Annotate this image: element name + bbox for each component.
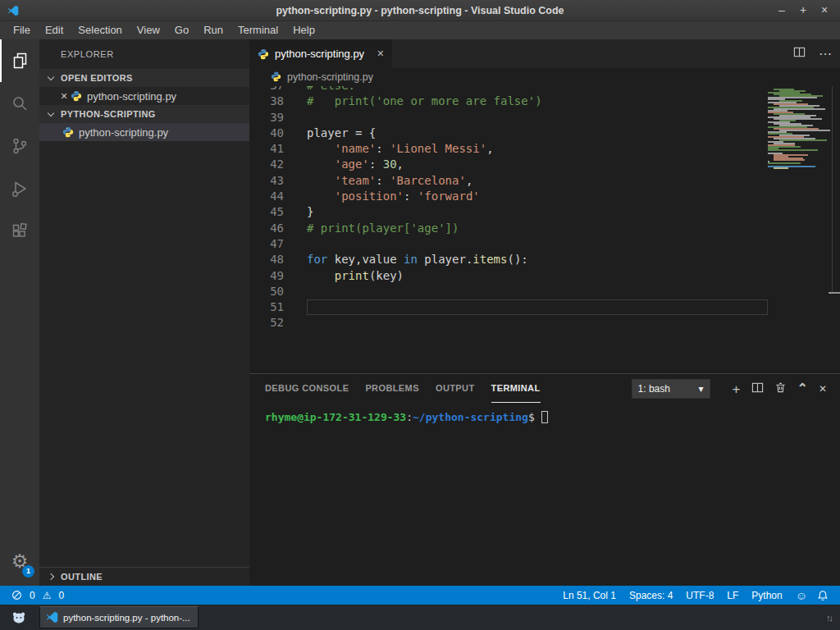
tab-label: python-scripting.py bbox=[275, 48, 364, 60]
breadcrumb-file[interactable]: python-scripting.py bbox=[287, 71, 373, 83]
feedback-smiley-icon[interactable]: ☺ bbox=[789, 590, 814, 601]
line-content: player = { bbox=[307, 126, 768, 141]
line-number: 42 bbox=[249, 157, 284, 172]
terminal-shell-select[interactable]: 1: bash ▾ bbox=[632, 379, 710, 399]
menu-item-edit[interactable]: Edit bbox=[38, 21, 71, 39]
applications-menu-button[interactable] bbox=[0, 605, 38, 630]
maximize-button[interactable]: + bbox=[792, 0, 814, 21]
line-content: print(key) bbox=[307, 268, 768, 284]
settings-gear-icon[interactable]: ⚙ 1 bbox=[0, 543, 39, 579]
status-indentation[interactable]: Spaces: 4 bbox=[623, 590, 679, 601]
code-line-42[interactable]: 42 'age': 30, bbox=[249, 157, 768, 172]
code-line-41[interactable]: 41 'name': 'Lionel Messi', bbox=[249, 141, 768, 157]
status-eol[interactable]: LF bbox=[720, 590, 745, 601]
code-line-48[interactable]: 48for key,value in player.items(): bbox=[249, 252, 768, 267]
overview-cursor-mark bbox=[829, 292, 840, 294]
code-line-47[interactable]: 47 bbox=[249, 236, 768, 252]
close-panel-icon[interactable]: ✕ bbox=[819, 384, 827, 394]
code-line-40[interactable]: 40player = { bbox=[249, 126, 768, 141]
folder-section-header[interactable]: PYTHON-SCRIPTING bbox=[39, 105, 249, 123]
tab-problems[interactable]: PROBLEMS bbox=[365, 375, 419, 403]
chevron-right-icon bbox=[48, 573, 54, 580]
notifications-bell-icon[interactable] bbox=[814, 590, 832, 601]
kill-terminal-icon[interactable] bbox=[774, 381, 787, 397]
run-debug-icon[interactable] bbox=[0, 167, 39, 210]
tab-debug-console[interactable]: DEBUG CONSOLE bbox=[265, 375, 349, 403]
code-lines: 37# else:38# print('one or more are fals… bbox=[249, 86, 768, 331]
menu-item-file[interactable]: File bbox=[6, 21, 38, 39]
terminal-cursor bbox=[541, 411, 548, 423]
line-content: # print(player['age']) bbox=[307, 221, 768, 236]
maximize-panel-icon[interactable]: ⌃ bbox=[797, 382, 808, 395]
file-item-python-scripting[interactable]: python-scripting.py bbox=[39, 123, 249, 141]
activity-bar: ⚙ 1 bbox=[0, 39, 39, 586]
line-content bbox=[307, 315, 768, 331]
search-icon[interactable] bbox=[0, 82, 39, 125]
code-line-46[interactable]: 46# print(player['age']) bbox=[249, 221, 768, 236]
minimize-button[interactable]: – bbox=[771, 0, 792, 21]
line-content bbox=[307, 110, 768, 126]
code-line-52[interactable]: 52 bbox=[249, 315, 768, 331]
status-encoding[interactable]: UTF-8 bbox=[679, 590, 720, 601]
extensions-icon[interactable] bbox=[0, 210, 39, 253]
minimap-marks bbox=[768, 89, 829, 174]
status-cursor-position[interactable]: Ln 51, Col 1 bbox=[556, 590, 623, 601]
terminal-body[interactable]: rhyme@ip-172-31-129-33:~/python-scriptin… bbox=[249, 404, 840, 586]
more-actions-icon[interactable]: ⋯ bbox=[819, 46, 832, 62]
status-language[interactable]: Python bbox=[745, 590, 788, 601]
line-content: 'team': 'Barcelona', bbox=[307, 173, 768, 189]
open-editor-label: python-scripting.py bbox=[87, 90, 176, 103]
tray-arrows-icon[interactable]: ↑↓ bbox=[826, 613, 832, 623]
line-number: 48 bbox=[249, 252, 284, 267]
code-line-51[interactable]: 51 bbox=[249, 299, 768, 315]
code-line-39[interactable]: 39 bbox=[249, 110, 768, 126]
chevron-down-icon: ▾ bbox=[699, 383, 704, 395]
code-line-37[interactable]: 37# else: bbox=[249, 86, 768, 94]
code-area[interactable]: 37# else:38# print('one or more are fals… bbox=[249, 86, 768, 373]
code-line-44[interactable]: 44 'position': 'forward' bbox=[249, 189, 768, 204]
editor-scrollbar[interactable] bbox=[829, 86, 840, 373]
close-editor-icon[interactable]: ✕ bbox=[57, 91, 71, 102]
close-tab-icon[interactable]: ✕ bbox=[377, 48, 384, 59]
explorer-icon[interactable] bbox=[0, 39, 39, 82]
tab-output[interactable]: OUTPUT bbox=[436, 375, 475, 403]
split-terminal-icon[interactable] bbox=[751, 381, 764, 397]
line-content bbox=[307, 236, 768, 252]
window-title: python-scripting.py - python-scripting -… bbox=[0, 0, 840, 21]
menu-item-terminal[interactable]: Terminal bbox=[231, 21, 285, 39]
source-control-icon[interactable] bbox=[0, 125, 39, 167]
taskbar-window-button[interactable]: python-scripting.py - python-... bbox=[39, 606, 199, 628]
close-window-button[interactable]: × bbox=[814, 0, 835, 21]
menu-item-selection[interactable]: Selection bbox=[71, 21, 129, 39]
split-editor-icon[interactable] bbox=[793, 46, 806, 62]
minimap[interactable] bbox=[768, 86, 829, 373]
menu-item-help[interactable]: Help bbox=[285, 21, 322, 39]
code-line-38[interactable]: 38# print('one or more are false') bbox=[249, 94, 768, 109]
line-content: # else: bbox=[307, 86, 768, 94]
file-item-label: python-scripting.py bbox=[79, 126, 168, 139]
code-line-50[interactable]: 50 bbox=[249, 284, 768, 299]
panel-header: DEBUG CONSOLE PROBLEMS OUTPUT TERMINAL 1… bbox=[249, 374, 840, 404]
menu-item-go[interactable]: Go bbox=[167, 21, 196, 39]
sidebar-title: EXPLORER bbox=[39, 39, 249, 69]
code-editor[interactable]: 37# else:38# print('one or more are fals… bbox=[249, 86, 840, 373]
code-line-43[interactable]: 43 'team': 'Barcelona', bbox=[249, 173, 768, 189]
tab-python-scripting[interactable]: python-scripting.py ✕ bbox=[249, 39, 392, 68]
chevron-down-icon bbox=[48, 74, 54, 80]
errors-count: 0 bbox=[30, 590, 35, 601]
problems-status[interactable]: 0 ⚠ 0 bbox=[8, 590, 64, 601]
tab-terminal[interactable]: TERMINAL bbox=[491, 375, 541, 403]
breadcrumb[interactable]: python-scripting.py bbox=[249, 68, 840, 86]
open-editors-header[interactable]: OPEN EDITORS bbox=[39, 69, 249, 87]
line-number: 37 bbox=[249, 86, 284, 94]
code-line-49[interactable]: 49 print(key) bbox=[249, 268, 768, 284]
new-terminal-icon[interactable]: + bbox=[733, 382, 741, 396]
outline-section-header[interactable]: OUTLINE bbox=[39, 567, 249, 586]
code-line-45[interactable]: 45} bbox=[249, 204, 768, 220]
line-number: 39 bbox=[249, 110, 284, 126]
line-content: 'position': 'forward' bbox=[307, 189, 768, 204]
open-editor-item[interactable]: ✕ python-scripting.py bbox=[39, 87, 249, 105]
menu-item-run[interactable]: Run bbox=[196, 21, 231, 39]
line-content: for key,value in player.items(): bbox=[307, 252, 768, 267]
menu-item-view[interactable]: View bbox=[130, 21, 167, 39]
